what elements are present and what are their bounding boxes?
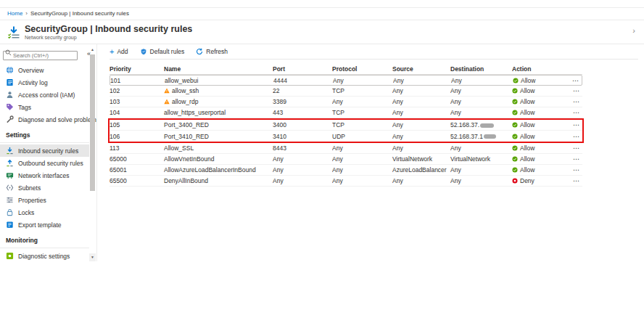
- refresh-icon: [196, 48, 203, 55]
- sidebar-item-overview[interactable]: Overview: [0, 64, 89, 76]
- sidebar-item-label: Activity log: [18, 79, 48, 86]
- blade-body: « Overview Activity log Access control (…: [0, 44, 644, 261]
- row-menu-button[interactable]: ⋯: [570, 166, 582, 174]
- cell-name: allow_https_userportal: [164, 109, 273, 116]
- sidebar-item-properties[interactable]: Properties: [0, 194, 89, 206]
- blade-header: SecurityGroup | Inbound security rules N…: [0, 20, 644, 44]
- sidebar-item-label: Properties: [18, 197, 46, 204]
- default-rules-icon: [140, 48, 147, 55]
- blade-expand-chevron-icon[interactable]: ›: [632, 24, 635, 37]
- row-menu-button[interactable]: ⋯: [570, 87, 582, 94]
- cell-protocol: Any: [332, 177, 392, 184]
- cell-name: allow_rdp: [164, 98, 273, 105]
- breadcrumb-current: SecurityGroup | Inbound security rules: [30, 10, 129, 17]
- row-menu-button[interactable]: ⋯: [570, 98, 582, 105]
- sidebar-item-export-template[interactable]: Export template: [0, 219, 89, 231]
- subnets-icon: [6, 184, 14, 192]
- sidebar-item-subnets[interactable]: Subnets: [0, 181, 89, 194]
- sidebar-item-label: Inbound security rules: [18, 147, 78, 155]
- cell-action: Allow: [512, 109, 570, 116]
- cell-port: Any: [273, 177, 332, 184]
- sidebar: « Overview Activity log Access control (…: [0, 44, 97, 261]
- diagnostic-settings-icon: [6, 252, 14, 260]
- allow-icon: [513, 78, 519, 83]
- warning-icon: [164, 99, 170, 105]
- col-port: Port: [273, 65, 332, 73]
- sidebar-item-diagnostic-settings[interactable]: Diagnostic settings: [0, 250, 89, 261]
- cell-action: Deny: [512, 177, 570, 184]
- add-button[interactable]: + Add: [110, 48, 128, 55]
- search-input[interactable]: [3, 51, 78, 60]
- table-row[interactable]: 106 Port_3410_RED 3410 UDP Any 52.168.37…: [110, 131, 582, 142]
- table-row[interactable]: 65500 DenyAllInBound Any Any Any Any Den…: [110, 176, 582, 187]
- table-row[interactable]: 113 Allow_SSL 8443 Any Any Any Allow ⋯: [110, 143, 582, 154]
- row-menu-button[interactable]: ⋯: [570, 121, 582, 129]
- scrollbar-down-icon[interactable]: ▼: [89, 253, 96, 261]
- rules-table: Priority Name Port Protocol Source Desti…: [110, 64, 582, 187]
- locks-icon: [6, 208, 14, 216]
- cell-protocol: Any: [332, 98, 392, 105]
- table-row[interactable]: 101 allow_webui 4444 Any Any Any Allow ⋯: [110, 75, 582, 86]
- breadcrumb-separator: ›: [25, 10, 28, 17]
- sidebar-item-network-interfaces[interactable]: Network interfaces: [0, 169, 89, 181]
- table-row[interactable]: 65000 AllowVnetInBound Any Any VirtualNe…: [110, 154, 582, 165]
- allow-icon: [512, 99, 518, 105]
- table-row[interactable]: 103 allow_rdp 3389 Any Any Any Allow ⋯: [110, 97, 582, 107]
- scrollbar-up-icon[interactable]: ▲: [89, 46, 96, 53]
- plus-icon: +: [110, 48, 114, 55]
- row-menu-button[interactable]: ⋯: [570, 144, 582, 152]
- blade-title-block: SecurityGroup | Inbound security rules N…: [25, 24, 192, 40]
- sidebar-item-outbound-security-rules[interactable]: Outbound security rules: [0, 157, 89, 169]
- sidebar-item-tags[interactable]: Tags: [0, 101, 89, 113]
- cell-protocol: Any: [333, 77, 393, 84]
- sidebar-item-inbound-security-rules[interactable]: Inbound security rules: [0, 144, 89, 157]
- default-rules-button[interactable]: Default rules: [140, 48, 185, 55]
- breadcrumb-home-link[interactable]: Home: [7, 10, 22, 17]
- sidebar-item-diagnose[interactable]: Diagnose and solve problems: [0, 113, 89, 126]
- cell-priority: 106: [110, 133, 164, 140]
- cell-destination: Any: [450, 109, 512, 116]
- sidebar-item-label: Subnets: [18, 184, 41, 192]
- warning-icon: [164, 88, 170, 94]
- azure-portal-page: Home › SecurityGroup | Inbound security …: [0, 0, 644, 310]
- allow-icon: [512, 156, 518, 162]
- row-menu-button[interactable]: ⋯: [570, 155, 582, 163]
- sidebar-item-access-control[interactable]: Access control (IAM): [0, 89, 89, 101]
- cell-port: 3400: [273, 121, 332, 129]
- table-row[interactable]: 65001 AllowAzureLoadBalancerInBound Any …: [110, 165, 582, 176]
- cell-name: AllowAzureLoadBalancerInBound: [164, 166, 273, 174]
- sidebar-item-label: Export template: [18, 221, 62, 229]
- cell-source: Any: [392, 121, 450, 129]
- cell-source: VirtualNetwork: [392, 155, 450, 163]
- cell-protocol: UDP: [332, 133, 392, 140]
- cell-destination: Any: [450, 166, 512, 174]
- row-menu-button[interactable]: ⋯: [571, 77, 582, 84]
- cell-source: Any: [392, 133, 450, 140]
- redaction-blob: [480, 123, 494, 128]
- row-menu-button[interactable]: ⋯: [570, 177, 582, 184]
- col-destination: Destination: [450, 65, 512, 73]
- row-menu-button[interactable]: ⋯: [570, 133, 582, 140]
- sidebar-nav: Overview Activity log Access control (IA…: [0, 64, 96, 261]
- section-divider: [0, 248, 89, 248]
- sidebar-item-activity-log[interactable]: Activity log: [0, 76, 89, 89]
- sidebar-scrollbar[interactable]: ▲ ▼: [89, 46, 96, 261]
- table-row[interactable]: 102 allow_ssh 22 TCP Any Any Allow ⋯: [110, 86, 582, 97]
- table-row[interactable]: 104 allow_https_userportal 443 TCP Any A…: [110, 107, 582, 118]
- table-row[interactable]: 105 Port_3400_RED 3400 TCP Any 52.168.37…: [110, 120, 582, 131]
- row-menu-button[interactable]: ⋯: [570, 109, 582, 116]
- section-divider: [0, 142, 89, 143]
- sidebar-item-label: Diagnostic settings: [18, 253, 70, 260]
- main-content: + Add Default rules Refresh Priority Nam…: [97, 44, 644, 261]
- sidebar-section-settings: Settings: [0, 126, 89, 141]
- allow-icon: [512, 167, 518, 173]
- refresh-button[interactable]: Refresh: [196, 48, 228, 55]
- scrollbar-thumb[interactable]: [90, 54, 95, 191]
- cell-port: Any: [273, 166, 332, 174]
- sidebar-item-locks[interactable]: Locks: [0, 206, 89, 219]
- cell-source: AzureLoadBalancer: [392, 166, 450, 174]
- cell-name: Allow_SSL: [164, 144, 273, 152]
- sidebar-item-label: Tags: [18, 104, 31, 111]
- access-control-icon: [6, 91, 14, 99]
- cell-protocol: Any: [332, 155, 392, 163]
